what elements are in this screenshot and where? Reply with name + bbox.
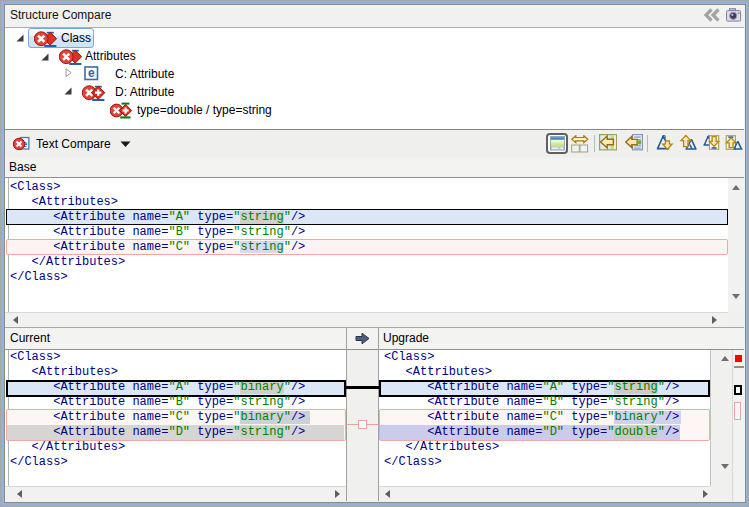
svg-text:e: e — [88, 66, 95, 80]
